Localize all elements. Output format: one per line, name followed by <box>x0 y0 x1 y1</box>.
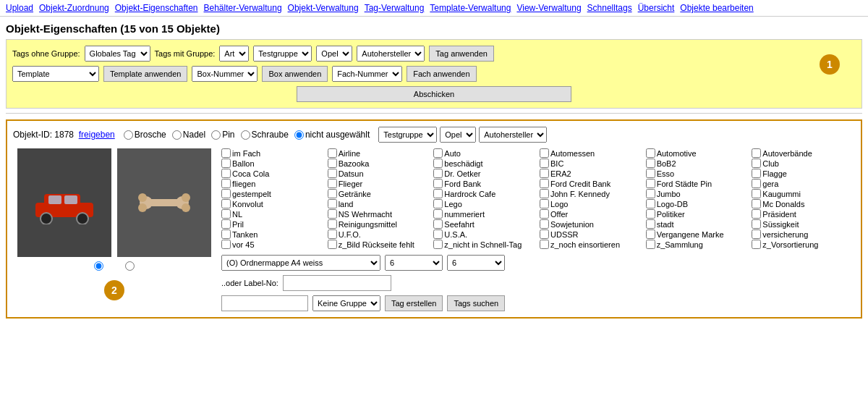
checkbox-label-44[interactable]: Seefahrt <box>444 220 475 229</box>
box-anwenden-button[interactable]: Box anwenden <box>262 66 328 82</box>
checkbox-label-0[interactable]: im Fach <box>232 149 260 158</box>
checkbox-label-48[interactable]: Tanken <box>232 230 258 239</box>
checkbox-label-10[interactable]: BoB2 <box>657 159 676 168</box>
checkbox-label-52[interactable]: Vergangene Marke <box>657 230 724 239</box>
checkbox-label-1[interactable]: Airline <box>339 149 361 158</box>
checkbox-era2[interactable] <box>540 169 549 178</box>
checkbox-versicherung[interactable] <box>752 229 761 239</box>
checkbox-gera[interactable] <box>752 179 761 188</box>
checkbox-label-56[interactable]: z_nicht in Schnell-Tag <box>444 240 522 249</box>
keine-gruppe-select[interactable]: Keine Gruppe <box>312 295 380 311</box>
checkbox-label-36[interactable]: NL <box>232 210 242 219</box>
checkbox-label-35[interactable]: Mc Donalds <box>762 200 804 208</box>
checkbox-label-2[interactable]: Auto <box>444 149 461 158</box>
checkbox-ford-credit-bank[interactable] <box>540 179 549 188</box>
checkbox-ford-städte-pin[interactable] <box>646 179 655 188</box>
freigeben-link[interactable]: freigeben <box>79 130 115 140</box>
testgruppe-select-1[interactable]: Testgruppe <box>253 46 312 62</box>
checkbox-label-29[interactable]: Kaugummi <box>762 190 801 198</box>
checkbox-u.s.a.[interactable] <box>433 229 443 239</box>
num2-select[interactable]: 6 <box>447 255 505 271</box>
checkbox-label-45[interactable]: Sowjetunion <box>550 220 594 229</box>
checkbox-label-13[interactable]: Datsun <box>339 169 364 178</box>
checkbox-süssigkeit[interactable] <box>752 219 761 229</box>
checkbox-z_vorsortierung[interactable] <box>752 240 761 249</box>
checkbox-label-9[interactable]: BIC <box>550 159 563 168</box>
fach-nummer-select[interactable]: Fach-Nummer <box>332 66 402 82</box>
checkbox-label-43[interactable]: Reinigungsmittel <box>339 220 397 229</box>
checkbox-label-3[interactable]: Automessen <box>550 149 595 158</box>
checkbox-hardrock-cafe[interactable] <box>433 189 443 198</box>
checkbox-label-7[interactable]: Bazooka <box>339 159 370 168</box>
checkbox-z_noch-einsortieren[interactable] <box>540 240 549 249</box>
checkbox-bazooka[interactable] <box>328 159 337 168</box>
nav-upload[interactable]: Upload <box>6 3 33 13</box>
checkbox-tanken[interactable] <box>221 229 231 239</box>
checkbox-label-25[interactable]: Getränke <box>339 190 371 198</box>
autohersteller-select-1[interactable]: Autohersteller <box>357 46 425 62</box>
checkbox-label-6[interactable]: Ballon <box>232 159 255 168</box>
fach-anwenden-button[interactable]: Fach anwenden <box>407 66 476 82</box>
checkbox-bic[interactable] <box>540 159 549 168</box>
checkbox-label-49[interactable]: U.F.O. <box>339 230 361 239</box>
checkbox-label-41[interactable]: Präsident <box>762 210 796 219</box>
checkbox-getränke[interactable] <box>328 189 337 198</box>
ordnermappe-select[interactable]: (O) Ordnermappe A4 weiss <box>221 255 380 271</box>
checkbox-datsun[interactable] <box>328 169 337 178</box>
checkbox-label-18[interactable]: fliegen <box>232 180 255 188</box>
autohersteller-select-2[interactable]: Autohersteller <box>479 127 547 143</box>
nav-behaelter-verwaltung[interactable]: Behälter-Verwaltung <box>204 3 282 13</box>
radio-nadel[interactable]: Nadel <box>172 130 205 140</box>
checkbox-label-47[interactable]: Süssigkeit <box>762 220 799 229</box>
checkbox-label-42[interactable]: Pril <box>232 220 244 229</box>
checkbox-pril[interactable] <box>221 219 231 229</box>
checkbox-konvolut[interactable] <box>221 199 231 208</box>
nav-objekt-zuordnung[interactable]: Objekt-Zuordnung <box>39 3 109 13</box>
checkbox-automotive[interactable] <box>646 148 655 158</box>
nav-tag-verwaltung[interactable]: Tag-Verwaltung <box>365 3 425 13</box>
checkbox-reinigungsmittel[interactable] <box>328 219 337 229</box>
checkbox-label-16[interactable]: Esso <box>657 169 674 178</box>
checkbox-politiker[interactable] <box>646 209 655 219</box>
template-anwenden-button[interactable]: Template anwenden <box>103 66 187 82</box>
checkbox-label-55[interactable]: z_Bild Rückseite fehlt <box>339 240 414 249</box>
checkbox-label-8[interactable]: beschädigt <box>444 159 482 168</box>
checkbox-label-58[interactable]: z_Sammlung <box>657 240 703 249</box>
checkbox-mc-donalds[interactable] <box>752 199 761 208</box>
template-select[interactable]: Template <box>12 66 99 82</box>
checkbox-label-39[interactable]: Offer <box>550 210 568 219</box>
radio-pin[interactable]: Pin <box>211 130 234 140</box>
checkbox-label-38[interactable]: nummeriert <box>444 210 485 219</box>
radio-schraube[interactable]: Schraube <box>241 130 289 140</box>
checkbox-udssr[interactable] <box>540 229 549 239</box>
checkbox-ballon[interactable] <box>221 159 231 168</box>
checkbox-label-20[interactable]: Ford Bank <box>444 180 481 188</box>
radio-brosche[interactable]: Brosche <box>124 130 166 140</box>
checkbox-label-23[interactable]: gera <box>762 180 778 188</box>
checkbox-label-5[interactable]: Autoverbände <box>762 149 812 158</box>
checkbox-label-11[interactable]: Club <box>762 159 779 168</box>
checkbox-im-fach[interactable] <box>221 148 231 158</box>
checkbox-label-57[interactable]: z_noch einsortieren <box>550 240 620 249</box>
globales-tag-select[interactable]: Globales Tag <box>85 46 150 62</box>
checkbox-label-17[interactable]: Flagge <box>762 169 787 178</box>
checkbox-club[interactable] <box>752 159 761 168</box>
checkbox-label-31[interactable]: land <box>339 200 354 208</box>
nav-objekte-bearbeiten[interactable]: Objekte bearbeiten <box>680 3 753 13</box>
abschicken-button[interactable]: Abschicken <box>297 86 571 102</box>
checkbox-flieger[interactable] <box>328 179 337 188</box>
nav-schnelltags[interactable]: Schnelltags <box>587 3 632 13</box>
checkbox-esso[interactable] <box>646 169 655 178</box>
checkbox-logo-db[interactable] <box>646 199 655 208</box>
checkbox-flagge[interactable] <box>752 169 761 178</box>
checkbox-nummeriert[interactable] <box>433 209 443 219</box>
opel-select-2[interactable]: Opel <box>440 127 476 143</box>
opel-select-1[interactable]: Opel <box>316 46 352 62</box>
checkbox-sowjetunion[interactable] <box>540 219 549 229</box>
checkbox-u.f.o.[interactable] <box>328 229 337 239</box>
radio-img-left[interactable] <box>94 261 103 273</box>
checkbox-label-4[interactable]: Automotive <box>657 149 697 158</box>
art-select[interactable]: Art <box>219 46 249 62</box>
testgruppe-select-2[interactable]: Testgruppe <box>378 127 437 143</box>
nav-uebersicht[interactable]: Übersicht <box>638 3 675 13</box>
